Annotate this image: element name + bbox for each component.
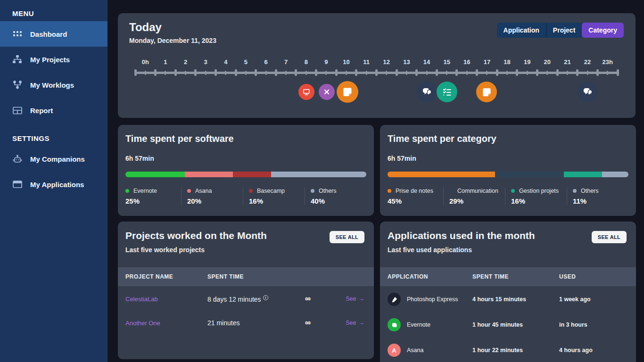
timeline-hour-label: 13	[396, 58, 417, 68]
timeline-tick-major	[355, 69, 357, 76]
timeline-labels: 0h1234567891011121314151617181920212223h	[135, 58, 618, 68]
info-icon[interactable]: i	[263, 295, 268, 300]
timeline-tick-minor	[386, 71, 387, 75]
timeline-hour-label: 18	[497, 58, 517, 68]
category-card: Time spent per category 6h 57min Prise d…	[380, 125, 636, 216]
legend-item-evernote: Evernote 25%	[125, 188, 181, 205]
table-row: CelestiaLab 8 days 12 minutesi ∞ See→	[118, 287, 374, 311]
sidebar-item-my-projects[interactable]: My Projects	[0, 47, 107, 72]
timeline-ruler[interactable]	[135, 69, 618, 76]
robot-icon	[12, 155, 23, 164]
project-view-button[interactable]: Project	[546, 23, 582, 38]
timeline-hour-label: 2	[175, 58, 196, 68]
category-total-time: 6h 57min	[388, 155, 416, 162]
application-view-button[interactable]: Application	[497, 23, 546, 38]
timeline-tick-major	[154, 69, 157, 76]
timeline-tick-major	[315, 69, 317, 76]
application-name: Photoshop Express	[407, 296, 458, 303]
project-spent-time: 21 minutes	[207, 319, 239, 327]
category-card-title: Time spent per category	[388, 133, 496, 144]
infinity-icon: ∞	[301, 294, 315, 304]
applications-see-all-button[interactable]: SEE ALL	[592, 231, 627, 243]
timeline-hour-label: 22	[578, 58, 598, 68]
bar-segment-asana	[185, 172, 232, 177]
legend-percent: 16%	[249, 197, 305, 205]
legend-percent: 25%	[125, 197, 181, 205]
page-title: Today	[129, 21, 162, 34]
bar-segment-evernote	[125, 172, 185, 177]
tools-icon[interactable]	[319, 84, 335, 100]
monitor-icon[interactable]	[298, 84, 314, 100]
grid-icon	[12, 30, 23, 38]
project-link[interactable]: CelestiaLab	[125, 296, 158, 303]
sidebar-item-label: Report	[30, 107, 53, 115]
legend-item-basecamp: Basecamp 16%	[243, 188, 305, 205]
see-project-link[interactable]: See→	[346, 320, 364, 326]
legend-label: Others	[581, 188, 599, 194]
bar-segment-prise-de-notes	[388, 172, 495, 177]
timeline-tick-minor	[587, 71, 588, 75]
sidebar-item-my-applications[interactable]: My Applications	[0, 172, 107, 197]
timeline-tick-major	[436, 69, 438, 76]
sidebar-item-my-worklogs[interactable]: My Worklogs	[0, 72, 107, 98]
evernote-icon	[388, 318, 401, 331]
timeline-hour-label: 6	[256, 58, 276, 68]
timeline-tick-minor	[265, 71, 267, 75]
applications-card-subtitle: Last five used applications	[388, 246, 472, 254]
chat-icon[interactable]	[577, 82, 598, 102]
timeline-tick-major	[255, 69, 257, 76]
sidebar-item-label: My Projects	[30, 56, 70, 64]
legend-dot	[187, 189, 191, 193]
project-link[interactable]: Another One	[125, 320, 160, 327]
main-content: Today Monday, December 11, 2023 Applicat…	[107, 0, 644, 362]
timeline-tick-major	[455, 69, 458, 76]
legend-label: Asana	[195, 188, 212, 194]
project-spent-time: 8 days 12 minutesi	[207, 295, 268, 303]
note-icon[interactable]	[476, 82, 497, 102]
legend-label: Communication	[457, 188, 498, 194]
sidebar-item-report[interactable]: Report	[0, 98, 107, 123]
timeline-tick-major	[375, 69, 378, 76]
timeline-hour-label: 0h	[135, 58, 156, 68]
application-spent-time: 4 hours 15 minutes	[472, 296, 526, 303]
legend-item-gestion-projets: Gestion projets 16%	[505, 188, 567, 205]
timeline-tick-major	[335, 69, 338, 76]
projects-card-title: Projects worked on the Month	[125, 230, 267, 241]
timeline-tick-minor	[486, 71, 487, 75]
arrow-right-icon: →	[359, 296, 365, 302]
timeline-hour-label: 4	[216, 58, 236, 68]
timeline-tick-major	[275, 69, 277, 76]
legend-label: Others	[319, 188, 337, 194]
column-header-project-name: PROJECT NAME	[125, 273, 173, 280]
note-icon[interactable]	[337, 81, 358, 103]
chat-icon[interactable]	[416, 82, 437, 102]
column-header-spent-time: SPENT TIME	[207, 273, 244, 280]
legend-percent: 20%	[187, 197, 243, 205]
column-header-application: APPLICATION	[388, 273, 428, 280]
checklist-icon[interactable]	[437, 82, 457, 102]
timeline-tick-minor	[305, 71, 307, 75]
timeline-tick-minor	[506, 71, 508, 75]
application-name: Evernote	[407, 321, 430, 328]
table-row: Another One 21 minutes ∞ See→	[118, 311, 374, 335]
timeline-hour-label: 7	[276, 58, 296, 68]
projects-see-all-button[interactable]: SEE ALL	[330, 231, 364, 243]
workflow-icon	[12, 81, 23, 89]
legend-dot	[388, 189, 391, 193]
sidebar-item-my-companions[interactable]: My Companions	[0, 146, 107, 172]
category-view-button[interactable]: Category	[582, 23, 624, 38]
timeline-hour-label: 23h	[597, 58, 618, 68]
legend-dot	[449, 189, 453, 193]
timeline-tick-major	[194, 69, 197, 76]
timeline-hour-label: 8	[296, 58, 316, 68]
today-date: Monday, December 11, 2023	[129, 37, 216, 44]
timeline-hour-label: 15	[437, 58, 457, 68]
category-progress-bar	[388, 172, 628, 177]
timeline-tick-major	[496, 69, 498, 76]
software-card: Time spent per software 6h 57min Evernot…	[118, 125, 374, 216]
application-used: 4 hours ago	[559, 347, 593, 354]
column-header-spent-time: SPENT TIME	[472, 273, 509, 280]
see-project-link[interactable]: See→	[346, 296, 364, 302]
legend-item-asana: Asana 20%	[181, 188, 243, 205]
sidebar-item-dashboard[interactable]: Dashboard	[0, 21, 107, 47]
